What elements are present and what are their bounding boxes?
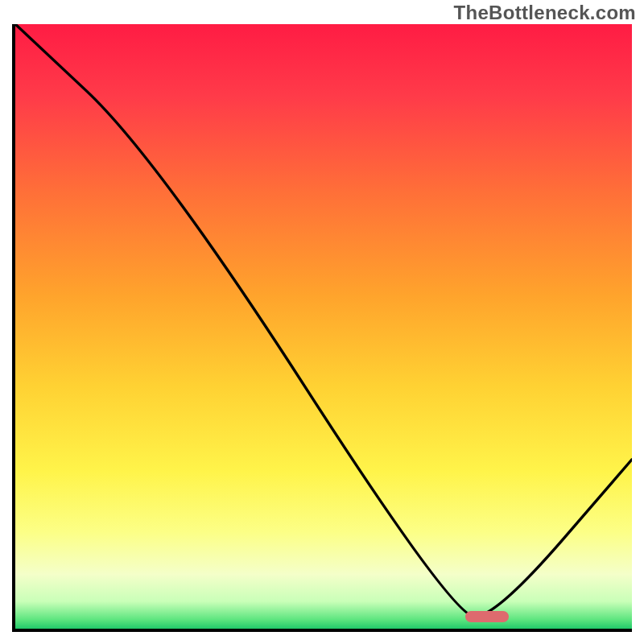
- curve-layer: [15, 24, 632, 629]
- bottleneck-curve: [15, 24, 632, 617]
- watermark-text: TheBottleneck.com: [454, 2, 636, 24]
- optimal-range-marker: [465, 611, 509, 622]
- chart-container: TheBottleneck.com: [0, 0, 644, 644]
- plot-area: [12, 24, 632, 632]
